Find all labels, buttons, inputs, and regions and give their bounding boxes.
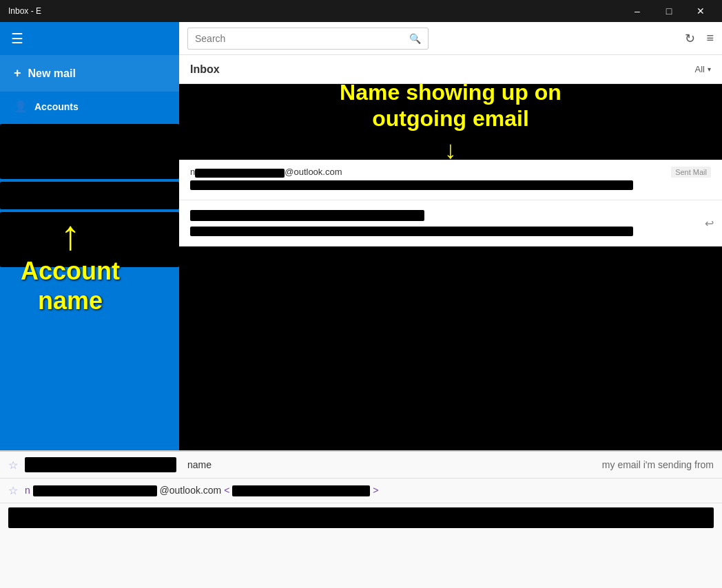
email-bracket-open: < [224,485,229,496]
bottom-redacted-row [8,507,714,528]
new-mail-button[interactable]: + New mail [0,55,179,92]
bottom-sending-label: my email i'm sending from [602,459,714,470]
inbox-filter[interactable]: All ▾ [695,64,711,74]
email-inner-redacted [232,485,370,496]
toolbar-right: ↻ ≡ [685,31,714,46]
sent-label: Sent Mail [671,167,711,178]
bottom-name-text: name [187,459,212,470]
inbox-title: Inbox [190,63,220,76]
bottom-row-2: ☆ n @outlook.com < > [0,479,722,503]
star-icon-2[interactable]: ☆ [8,484,18,497]
email-domain: @outlook.com [160,485,222,496]
reply-icon: ↩ [705,217,714,230]
titlebar-title: Inbox - E [6,6,41,16]
bottom-email-display: n @outlook.com < > [25,485,378,496]
annotation-overlay: Name showing up onoutgoing email ↓ [179,84,722,160]
filter-icon[interactable]: ≡ [706,31,714,46]
titlebar-controls: – □ ✕ [621,0,716,22]
star-icon-1[interactable]: ☆ [8,459,18,472]
account-block-2[interactable] [0,182,179,209]
toolbar: 🔍 ↻ ≡ [179,22,722,55]
inbox-header: Inbox All ▾ [179,55,722,84]
email-block-annotated[interactable]: Name showing up onoutgoing email ↓ [179,84,722,160]
maximize-button[interactable]: □ [653,0,685,22]
email-from-1: n@outlook.com [190,167,342,177]
accounts-label: Accounts [34,101,79,112]
accounts-section[interactable]: 👤 Accounts [0,92,179,121]
search-icon: 🔍 [409,33,421,44]
search-input[interactable] [195,33,409,44]
email-from-2 [190,210,424,221]
person-icon: 👤 [14,100,28,113]
hamburger-icon: ☰ [11,30,23,47]
email-item-2-top [190,207,711,224]
minimize-button[interactable]: – [621,0,653,22]
email-item-1-top: n@outlook.com Sent Mail [190,167,711,178]
search-box[interactable]: 🔍 [187,28,429,50]
annotation-email-text: Name showing up onoutgoing email [340,84,561,132]
bottom-name-block-1 [25,457,176,472]
email-prefix: n [25,485,30,496]
sync-icon[interactable]: ↻ [685,31,695,46]
new-mail-label: New mail [28,67,76,80]
email-subject-1 [190,180,633,190]
titlebar: Inbox - E – □ ✕ [0,0,722,22]
filter-label: All [695,64,705,74]
annotation-account-name: ↑ Accountname [21,215,120,315]
email-bracket-close: > [373,485,378,496]
bottom-row-1: ☆ name my email i'm sending from [0,452,722,479]
email-redacted-part [33,485,157,496]
bottom-panel: ☆ name my email i'm sending from ☆ n @ou… [0,450,722,588]
email-item-2[interactable]: ↩ [179,200,722,246]
plus-icon: + [14,66,21,81]
email-subject-2 [190,227,633,236]
close-button[interactable]: ✕ [685,0,716,22]
account-block-1[interactable] [0,124,179,179]
chevron-down-icon: ▾ [708,65,711,73]
email-item-1[interactable]: n@outlook.com Sent Mail [179,160,722,200]
menu-button[interactable]: ☰ [0,22,179,55]
